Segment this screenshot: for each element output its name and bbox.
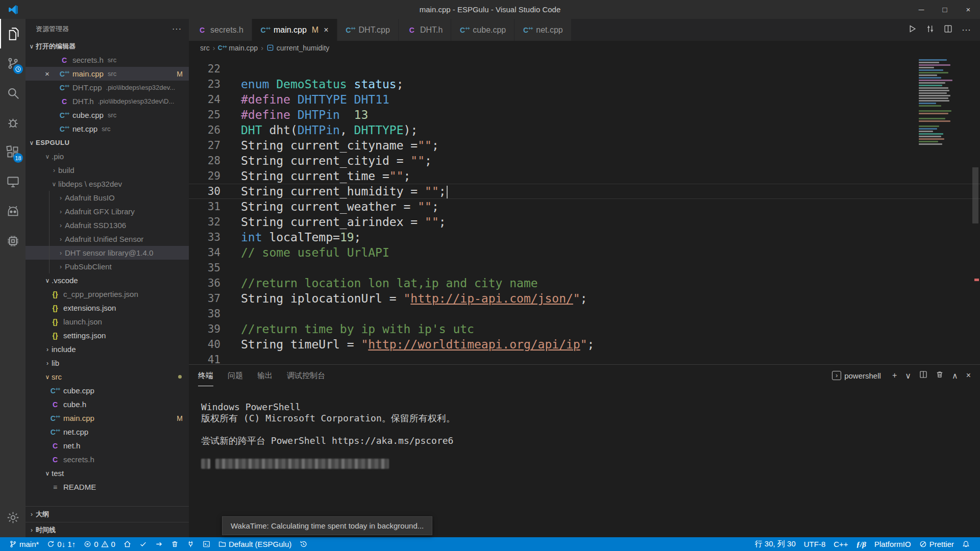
- breadcrumb-item-current-humidity[interactable]: current_humidity: [266, 44, 330, 52]
- pio-upload[interactable]: [151, 537, 167, 551]
- platformio-status[interactable]: PlatformIO: [870, 537, 915, 551]
- workspace-root-header[interactable]: ∨ ESPGULU: [26, 136, 189, 149]
- tree-item-adafruit-unified-sensor[interactable]: ›Adafruit Unified Sensor: [26, 232, 189, 246]
- notification-toast[interactable]: WakaTime: Calculating time spent today i…: [222, 516, 432, 535]
- tree-item-build[interactable]: ›build: [26, 163, 189, 177]
- language-mode[interactable]: C++: [829, 537, 852, 551]
- more-actions-icon[interactable]: ···: [962, 24, 971, 35]
- activity-source-control-icon[interactable]: [0, 48, 26, 78]
- panel-tab-终端[interactable]: 终端: [198, 365, 213, 386]
- tab-net-cpp[interactable]: C++net.cpp: [514, 19, 571, 41]
- terminal-dropdown-icon[interactable]: ∨: [905, 371, 911, 381]
- notifications[interactable]: [958, 537, 974, 551]
- tree-item-lib[interactable]: ›lib: [26, 356, 189, 370]
- shell-selector[interactable]: › powershell: [832, 371, 884, 380]
- split-editor-button[interactable]: [944, 24, 952, 35]
- activity-debug-icon[interactable]: [0, 108, 26, 137]
- panel-tab-输出[interactable]: 输出: [257, 365, 273, 386]
- maximize-button[interactable]: □: [933, 0, 957, 19]
- sync-changes[interactable]: 0↓ 1↑: [43, 537, 80, 551]
- open-editor-main-cpp[interactable]: ×C++main.cppsrcM: [26, 67, 189, 81]
- tab-dht-h[interactable]: CDHT.h: [399, 19, 451, 41]
- tree-item-main-cpp[interactable]: C++main.cppM: [26, 411, 189, 425]
- pio-history[interactable]: [296, 537, 311, 551]
- open-editor-dht-cpp[interactable]: C++DHT.cpp.pio\libdeps\esp32dev...: [26, 81, 189, 94]
- cursor-position[interactable]: 行 30, 列 30: [751, 537, 800, 551]
- editor-scrollbar[interactable]: [971, 55, 980, 364]
- explorer-tree[interactable]: ∨ 打开的编辑器 Csecrets.hsrc×C++main.cppsrcMC+…: [26, 39, 189, 506]
- activity-platformio-icon[interactable]: [0, 196, 26, 226]
- open-editor-secrets-h[interactable]: Csecrets.hsrc: [26, 53, 189, 67]
- tree-item-adafruit-ssd1306[interactable]: ›Adafruit SSD1306: [26, 218, 189, 232]
- tree-item-readme[interactable]: ≡README: [26, 480, 189, 494]
- close-icon[interactable]: ×: [45, 69, 50, 78]
- tree-item-test[interactable]: ∨test: [26, 466, 189, 480]
- tab-main-cpp[interactable]: C++main.cppM×: [252, 19, 337, 41]
- close-panel-icon[interactable]: ×: [966, 371, 971, 380]
- pio-terminal[interactable]: [199, 537, 214, 551]
- pio-clean[interactable]: [167, 537, 183, 551]
- activity-extensions-icon[interactable]: 18: [0, 137, 26, 167]
- panel-tab-问题[interactable]: 问题: [228, 365, 243, 386]
- tree-item-pubsubclient[interactable]: ›PubSubClient: [26, 260, 189, 273]
- tree-item-src[interactable]: ∨src: [26, 370, 189, 384]
- pio-serial-monitor[interactable]: [183, 537, 199, 551]
- maximize-panel-icon[interactable]: ∧: [952, 371, 958, 381]
- more-actions-icon[interactable]: ···: [172, 24, 182, 34]
- problems[interactable]: 00: [80, 537, 119, 551]
- compare-changes-icon[interactable]: [926, 24, 935, 35]
- tree-item-include[interactable]: ›include: [26, 342, 189, 356]
- activity-esp-chip-icon[interactable]: [0, 226, 26, 256]
- breadcrumb-item-src[interactable]: src: [200, 44, 210, 52]
- git-branch[interactable]: main*: [5, 537, 43, 551]
- prettier[interactable]: Prettier: [915, 537, 958, 551]
- close-button[interactable]: ×: [957, 0, 980, 19]
- tree-item-pio[interactable]: ∨.pio: [26, 149, 189, 163]
- pio-build[interactable]: [135, 537, 151, 551]
- tree-item-net-cpp[interactable]: C++net.cpp: [26, 425, 189, 439]
- close-icon[interactable]: ×: [324, 26, 328, 35]
- editor-pane[interactable]: 2223enum DemoStatus status;24#define DHT…: [189, 55, 980, 364]
- activity-explorer-icon[interactable]: [0, 19, 26, 48]
- wakatime[interactable]: ƒ/β: [852, 537, 870, 551]
- kill-terminal-icon[interactable]: [936, 370, 944, 381]
- outline-section[interactable]: › 大纲: [26, 507, 189, 522]
- tree-item-net-h[interactable]: Cnet.h: [26, 439, 189, 453]
- code-area[interactable]: 2223enum DemoStatus status;24#define DHT…: [189, 55, 980, 364]
- run-button[interactable]: [908, 24, 917, 35]
- tree-item-cube-cpp[interactable]: C++cube.cpp: [26, 384, 189, 397]
- tree-item-adafruit-gfx-library[interactable]: ›Adafruit GFX Library: [26, 205, 189, 218]
- tree-item-secrets-h[interactable]: Csecrets.h: [26, 453, 189, 466]
- tree-item-launch-json[interactable]: {}launch.json: [26, 315, 189, 329]
- terminal-output[interactable]: Windows PowerShell版权所有 (C) Microsoft Cor…: [189, 386, 980, 537]
- encoding[interactable]: UTF-8: [800, 537, 830, 551]
- open-editor-dht-h[interactable]: CDHT.h.pio\libdeps\esp32dev\D...: [26, 94, 189, 108]
- tab-dht-cpp[interactable]: C++DHT.cpp: [337, 19, 399, 41]
- pio-home[interactable]: [119, 537, 135, 551]
- activity-search-icon[interactable]: [0, 78, 26, 108]
- panel-tab-调试控制台[interactable]: 调试控制台: [287, 365, 325, 386]
- timeline-section[interactable]: › 时间线: [26, 522, 189, 537]
- breadcrumb[interactable]: src›C++main.cpp›current_humidity: [189, 41, 980, 55]
- activity-remote-explorer-icon[interactable]: [0, 167, 26, 196]
- settings-gear-icon[interactable]: [0, 503, 26, 532]
- minimize-button[interactable]: ─: [910, 0, 933, 19]
- pio-env[interactable]: Default (ESPGulu): [214, 537, 296, 551]
- scrollbar-thumb[interactable]: [972, 167, 978, 223]
- tree-item-adafruit-busio[interactable]: ›Adafruit BusIO: [26, 191, 189, 205]
- minimap[interactable]: [919, 59, 958, 146]
- open-editor-cube-cpp[interactable]: C++cube.cppsrc: [26, 108, 189, 122]
- open-editors-header[interactable]: ∨ 打开的编辑器: [26, 39, 189, 53]
- split-terminal-icon[interactable]: [919, 370, 927, 381]
- breadcrumb-item-main-cpp[interactable]: C++main.cpp: [218, 44, 258, 52]
- tree-item-extensions-json[interactable]: {}extensions.json: [26, 301, 189, 315]
- open-editor-net-cpp[interactable]: C++net.cppsrc: [26, 122, 189, 136]
- tree-item-libdeps-esp32dev[interactable]: ∨libdeps \ esp32dev: [26, 177, 189, 191]
- tab-cube-cpp[interactable]: C++cube.cpp: [451, 19, 514, 41]
- tree-item-settings-json[interactable]: {}settings.json: [26, 329, 189, 342]
- tree-item-vscode[interactable]: ∨.vscode: [26, 273, 189, 287]
- new-terminal-icon[interactable]: +: [892, 371, 897, 380]
- tree-item-dht-sensor-library-1-4-0[interactable]: ›DHT sensor library@1.4.0: [26, 246, 189, 260]
- tab-secrets-h[interactable]: Csecrets.h: [189, 19, 252, 41]
- tree-item-c-cpp-properties-json[interactable]: {}c_cpp_properties.json: [26, 287, 189, 301]
